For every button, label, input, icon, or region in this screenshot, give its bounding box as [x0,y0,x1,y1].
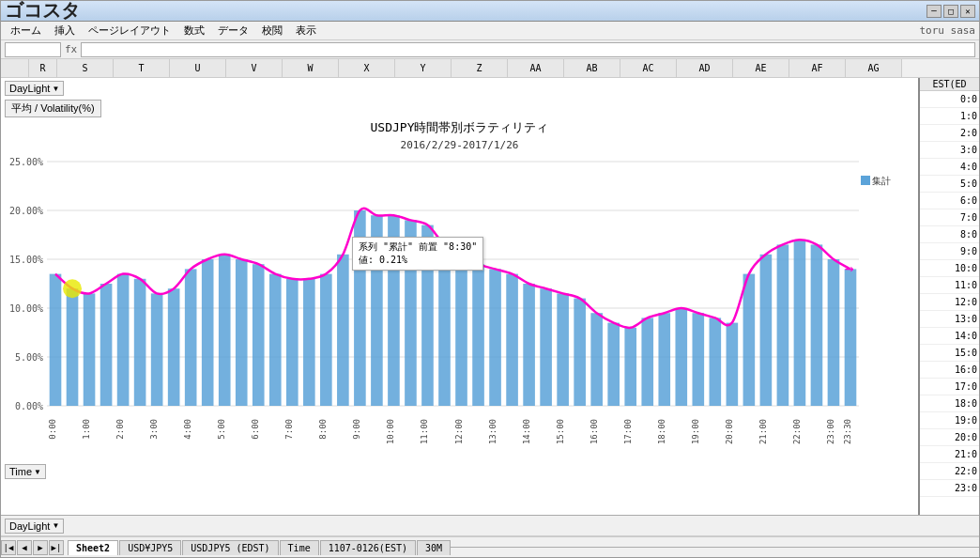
est-row-6: 6:0 [920,193,979,209]
col-header-s: S [57,59,114,77]
svg-rect-51 [710,318,722,406]
svg-rect-56 [794,240,806,406]
svg-rect-19 [168,288,180,406]
avg-button[interactable]: 平均 / Volatility(%) [5,100,101,117]
sheet-tab-usdjpy5[interactable]: USD¥JPY5 [119,540,181,555]
sheet-tab-sheet2[interactable]: Sheet2 [68,540,118,555]
tab-last-button[interactable]: ▶| [49,540,64,555]
tab-prev-button[interactable]: ◀ [17,540,32,555]
svg-text:0.00%: 0.00% [15,401,43,411]
daylight-label: DayLight [9,83,50,94]
est-rows: 0:01:02:03:04:05:06:07:08:09:010:011:012… [920,91,979,497]
time-dropdown[interactable]: Time ▼ [5,464,46,479]
sheet-tab-30m[interactable]: 30M [417,540,451,555]
menu-formula[interactable]: 数式 [178,22,210,39]
chart-wrapper: 0.00%5.00%10.00%15.00%20.00%25.00%0:001:… [5,152,914,462]
svg-rect-24 [253,264,265,406]
svg-rect-55 [777,244,789,406]
est-header: EST(ED [920,78,979,91]
est-row-3: 3:0 [920,142,979,159]
svg-rect-12 [50,274,62,406]
menu-review[interactable]: 校閲 [256,22,288,39]
col-header-x: X [339,59,395,77]
est-row-11: 11:0 [920,277,979,294]
main-area: DayLight ▼ 平均 / Volatility(%) USDJPY時間帯別… [1,78,979,515]
tab-spacer [451,547,979,548]
maximize-button[interactable]: □ [943,5,958,18]
row-num-col [1,59,29,77]
col-header-t: T [114,59,170,77]
minimize-button[interactable]: ─ [926,5,942,18]
svg-text:22:00: 22:00 [792,419,802,444]
col-header-aa: AA [508,59,564,77]
svg-rect-14 [84,293,96,406]
close-button[interactable]: ✕ [960,5,975,18]
est-row-19: 19:0 [920,412,979,429]
svg-text:5.00%: 5.00% [15,352,43,363]
est-row-2: 2:0 [920,125,979,142]
svg-rect-50 [692,313,704,406]
svg-text:15.00%: 15.00% [9,255,43,265]
daylight-dropdown[interactable]: DayLight ▼ [5,81,64,96]
col-header-u: U [170,59,226,77]
est-row-8: 8:0 [920,226,979,243]
menu-data[interactable]: データ [212,22,254,39]
tab-first-button[interactable]: |◀ [1,540,16,555]
svg-rect-39 [506,274,518,406]
est-row-21: 21:0 [920,446,979,463]
col-header-ac: AC [620,59,677,77]
svg-rect-17 [134,279,146,406]
svg-rect-41 [540,288,552,406]
svg-rect-26 [286,279,299,406]
menu-home[interactable]: ホーム [5,22,47,39]
daylight-bottom-dropdown[interactable]: DayLight ▼ [5,519,64,534]
svg-rect-28 [320,274,332,406]
svg-rect-29 [337,255,349,406]
svg-text:18:00: 18:00 [657,419,666,444]
menu-view[interactable]: 表示 [290,22,322,39]
est-row-23: 23:0 [920,480,979,497]
svg-rect-37 [472,264,484,406]
svg-text:集計: 集計 [872,176,891,186]
formula-input[interactable] [81,42,975,57]
svg-rect-49 [675,308,687,406]
tab-nav: |◀ ◀ ▶ ▶| [1,540,64,555]
svg-rect-44 [590,313,603,406]
svg-text:14:00: 14:00 [522,419,531,444]
title-bar-controls: ─ □ ✕ [926,5,975,18]
top-controls: DayLight ▼ [1,78,918,99]
est-row-15: 15:0 [920,345,979,362]
est-row-22: 22:0 [920,463,979,480]
svg-rect-13 [67,288,79,406]
title-bar: ゴコスタ ─ □ ✕ [1,1,979,22]
sheet-tab-11070126est[interactable]: 1107-0126(EST) [320,540,416,555]
est-row-0: 0:0 [920,91,979,108]
menu-insert[interactable]: 挿入 [49,22,81,39]
svg-rect-54 [760,255,773,406]
est-row-5: 5:0 [920,176,979,193]
name-box[interactable] [5,42,61,57]
est-panel: EST(ED 0:01:02:03:04:05:06:07:08:09:010:… [918,78,979,515]
daylight-arrow-icon: ▼ [52,85,59,93]
svg-text:5:00: 5:00 [217,419,226,440]
tab-next-button[interactable]: ▶ [33,540,48,555]
svg-rect-45 [607,323,620,406]
col-header-w: W [283,59,339,77]
svg-rect-48 [658,313,670,406]
menu-pagelayout[interactable]: ページレイアウト [83,22,176,39]
sheet-tab-time[interactable]: Time [280,540,319,555]
svg-rect-20 [185,269,197,406]
col-header-af: AF [789,59,846,77]
svg-text:2:00: 2:00 [115,419,125,440]
svg-text:8:00: 8:00 [318,419,328,440]
tooltip-value: 値: 0.21% [359,254,477,267]
sheet-tabs-container: Sheet2USD¥JPY5USDJPY5 (EDST)Time1107-012… [68,540,451,555]
svg-text:20:00: 20:00 [725,419,734,444]
svg-text:11:00: 11:00 [420,419,429,444]
tooltip-series: 系列 "累計" 前置 "8:30" [359,240,477,254]
col-header-v: V [226,59,283,77]
time-arrow-icon: ▼ [34,468,41,476]
svg-rect-85 [861,176,870,185]
sheet-tab-usdjpy5edst[interactable]: USDJPY5 (EDST) [182,540,278,555]
est-row-7: 7:0 [920,209,979,226]
